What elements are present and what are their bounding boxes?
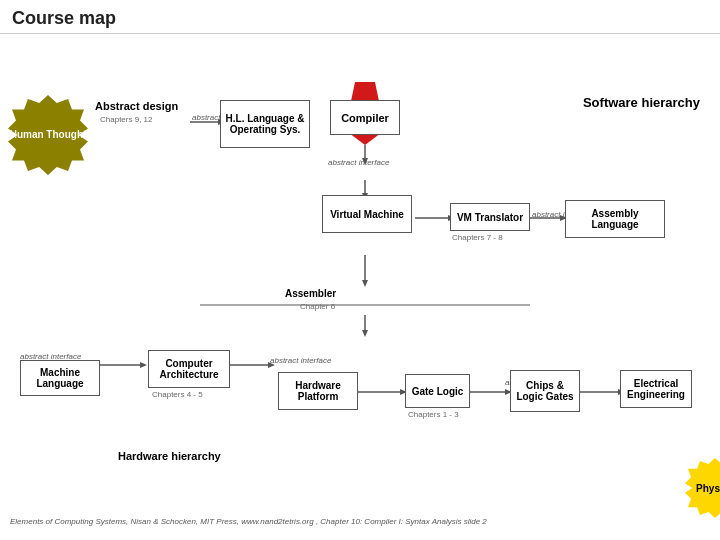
compiler-box: Compiler [330, 100, 400, 135]
svg-marker-17 [140, 362, 147, 368]
software-hierarchy-label: Software hierarchy [583, 95, 700, 110]
vm-translator-box: VM Translator [450, 203, 530, 231]
electrical-engineering-box: Electrical Engineering [620, 370, 692, 408]
hl-language-box: H.L. Language & Operating Sys. [220, 100, 310, 148]
human-thought-badge: Human Thought [8, 95, 88, 175]
virtual-machine-box: Virtual Machine [322, 195, 412, 233]
footer-text: Elements of Computing Systems, Nisan & S… [10, 517, 487, 526]
svg-marker-15 [362, 330, 368, 337]
chapters-4-5-label: Chapters 4 - 5 [152, 390, 203, 399]
assembly-language-box: Assembly Language [565, 200, 665, 238]
svg-marker-12 [362, 280, 368, 287]
abstract-design-label: Abstract design [95, 100, 178, 112]
chapters-1-3-label: Chapters 1 - 3 [408, 410, 459, 419]
assembler-label: Assembler [285, 288, 336, 299]
machine-language-box: Machine Language [20, 360, 100, 396]
page-title: Course map [0, 0, 720, 34]
gate-logic-box: Gate Logic [405, 374, 470, 408]
chapters-9-12-label: Chapters 9, 12 [100, 115, 152, 124]
human-thought-label: Human Thought [10, 129, 87, 141]
hl-language-label: H.L. Language & Operating Sys. [223, 113, 307, 135]
abs-interface-5: abstract interface [270, 356, 331, 365]
abs-interface-2: abstract interface [328, 158, 389, 167]
computer-architecture-box: Computer Architecture [148, 350, 230, 388]
chips-logic-gates-box: Chips & Logic Gates [510, 370, 580, 412]
physics-badge: Physics [685, 458, 720, 518]
chapters-7-8-label: Chapters 7 - 8 [452, 233, 503, 242]
chapter-6-label: Chapter 6 [300, 302, 335, 311]
hardware-hierarchy-label: Hardware hierarchy [118, 450, 221, 462]
hardware-platform-box: Hardware Platform [278, 372, 358, 410]
physics-label: Physics [696, 483, 720, 494]
